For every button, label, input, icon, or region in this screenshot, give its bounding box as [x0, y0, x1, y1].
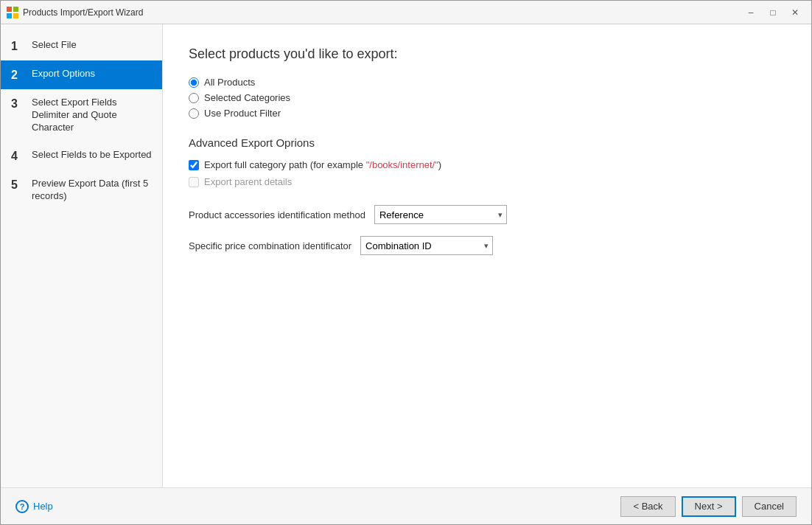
highlight-path: "/books/internet/" [366, 159, 438, 170]
back-button[interactable]: < Back [620, 496, 675, 517]
minimize-button[interactable]: – [741, 5, 761, 20]
main-panel: Select products you'd like to export: Al… [163, 24, 811, 487]
checkbox-export-full-path[interactable]: Export full category path (for example "… [189, 159, 785, 170]
checkbox-export-parent-details-label: Export parent details [204, 176, 292, 187]
sidebar-item-number-1: 1 [11, 39, 24, 53]
maximize-button[interactable]: □ [763, 5, 783, 20]
help-link[interactable]: Help [33, 501, 53, 512]
main-window: Products Import/Export Wizard – □ ✕ 1 Se… [0, 0, 812, 525]
sidebar-item-label-1: Select File [32, 39, 77, 52]
radio-selected-categories-label: Selected Categories [204, 92, 290, 103]
sidebar-item-number-4: 4 [11, 149, 24, 163]
radio-selected-categories[interactable]: Selected Categories [189, 92, 785, 103]
checkbox-export-parent-details[interactable]: Export parent details [189, 176, 785, 187]
sidebar-item-number-2: 2 [11, 68, 24, 82]
sidebar: 1 Select File 2 Export Options 3 Select … [1, 24, 163, 487]
accessories-method-label: Product accessories identification metho… [189, 209, 365, 220]
window-title: Products Import/Export Wizard [23, 7, 143, 18]
sidebar-item-delimiter[interactable]: 3 Select Export Fields Delimiter and Quo… [1, 89, 162, 142]
price-combination-wrapper: Combination ID Reference EAN13 UPC [360, 236, 493, 255]
sidebar-item-label-3: Select Export Fields Delimiter and Quote… [32, 97, 152, 134]
checkbox-export-full-path-input[interactable] [189, 160, 199, 170]
sidebar-item-label-2: Export Options [32, 68, 95, 80]
accessories-method-wrapper: Reference Combination ID EAN13 UPC [374, 205, 507, 224]
sidebar-item-number-5: 5 [11, 178, 24, 192]
accessories-method-row: Product accessories identification metho… [189, 205, 785, 224]
footer-left: ? Help [15, 500, 53, 513]
svg-rect-1 [13, 7, 18, 12]
radio-all-products-input[interactable] [189, 77, 199, 88]
sidebar-item-label-4: Select Fields to be Exported [32, 149, 152, 161]
title-bar-left: Products Import/Export Wizard [7, 7, 143, 18]
radio-use-product-filter-label: Use Product Filter [204, 108, 281, 119]
price-combination-row: Specific price combination identificator… [189, 236, 785, 255]
section-title: Select products you'd like to export: [189, 46, 785, 62]
cancel-button[interactable]: Cancel [742, 496, 797, 517]
title-bar: Products Import/Export Wizard – □ ✕ [1, 1, 811, 24]
sidebar-item-select-fields[interactable]: 4 Select Fields to be Exported [1, 142, 162, 170]
radio-all-products[interactable]: All Products [189, 77, 785, 88]
footer: ? Help < Back Next > Cancel [1, 487, 811, 524]
radio-all-products-label: All Products [204, 77, 255, 88]
footer-right: < Back Next > Cancel [620, 496, 797, 517]
close-button[interactable]: ✕ [785, 5, 805, 20]
radio-use-product-filter[interactable]: Use Product Filter [189, 108, 785, 119]
help-icon[interactable]: ? [15, 500, 29, 513]
checkbox-export-parent-details-input[interactable] [189, 177, 199, 187]
sidebar-item-select-file[interactable]: 1 Select File [1, 32, 162, 60]
price-combination-select[interactable]: Combination ID Reference EAN13 UPC [360, 236, 493, 255]
sidebar-item-number-3: 3 [11, 97, 24, 111]
sidebar-item-preview[interactable]: 5 Preview Export Data (first 5 records) [1, 170, 162, 210]
radio-group: All Products Selected Categories Use Pro… [189, 77, 785, 119]
sidebar-item-label-5: Preview Export Data (first 5 records) [32, 178, 152, 203]
price-combination-label: Specific price combination identificator [189, 240, 351, 251]
svg-rect-2 [7, 13, 12, 18]
next-button[interactable]: Next > [682, 496, 736, 517]
content-area: 1 Select File 2 Export Options 3 Select … [1, 24, 811, 487]
radio-selected-categories-input[interactable] [189, 93, 199, 103]
accessories-method-select[interactable]: Reference Combination ID EAN13 UPC [374, 205, 507, 224]
sidebar-item-export-options[interactable]: 2 Export Options [1, 60, 162, 89]
advanced-title: Advanced Export Oprions [189, 136, 785, 149]
title-bar-buttons: – □ ✕ [741, 5, 805, 20]
svg-rect-3 [13, 13, 18, 18]
svg-rect-0 [7, 7, 12, 12]
app-icon [7, 7, 18, 18]
radio-use-product-filter-input[interactable] [189, 108, 199, 119]
checkbox-export-full-path-label: Export full category path (for example "… [204, 159, 441, 170]
